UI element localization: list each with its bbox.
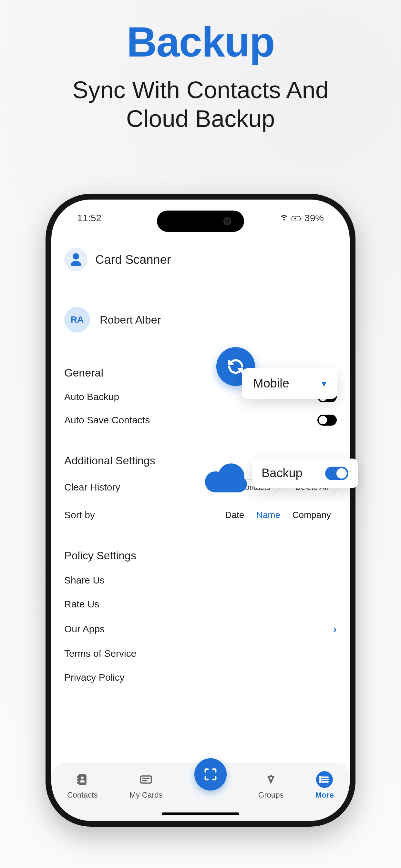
label-clear-history: Clear History <box>64 482 120 493</box>
user-name: Robert Alber <box>100 314 161 326</box>
hero-title: Backup <box>0 18 401 66</box>
svg-point-3 <box>81 776 84 779</box>
hero-subtitle: Sync With Contacts And Cloud Backup <box>0 76 401 133</box>
label-share-us: Share Us <box>64 575 104 586</box>
phone-screen: 11:52 39% Card Scanner RA Robert A <box>51 199 350 821</box>
label-privacy: Privacy Policy <box>64 672 125 683</box>
tab-bar: Contacts My Cards Groups <box>51 763 350 821</box>
tab-contacts[interactable]: Contacts <box>67 771 98 800</box>
user-initials: RA <box>64 307 90 333</box>
tab-my-cards[interactable]: My Cards <box>129 771 163 800</box>
backup-toggle-card: Backup <box>252 459 358 488</box>
sort-company[interactable]: Company <box>286 510 337 520</box>
sort-date[interactable]: Date <box>219 510 250 520</box>
label-auto-backup: Auto Backup <box>64 392 119 402</box>
hero-subtitle-line1: Sync With Contacts And <box>0 76 401 104</box>
sort-options: Date Name Company <box>219 510 337 520</box>
row-rate-us[interactable]: Rate Us <box>64 599 337 610</box>
tab-more[interactable]: More <box>315 771 334 800</box>
contacts-icon <box>74 771 91 788</box>
label-our-apps: Our Apps <box>64 624 104 634</box>
label-rate-us: Rate Us <box>64 599 99 610</box>
app-title: Card Scanner <box>95 253 171 267</box>
row-privacy[interactable]: Privacy Policy <box>64 672 337 683</box>
tab-label: My Cards <box>129 790 163 800</box>
chevron-right-icon: › <box>333 623 337 635</box>
svg-point-10 <box>270 777 272 779</box>
svg-point-14 <box>320 777 321 778</box>
user-row[interactable]: RA Robert Alber <box>64 307 337 333</box>
section-policy-title: Policy Settings <box>64 549 337 562</box>
svg-rect-1 <box>300 218 301 220</box>
divider <box>64 440 337 440</box>
profile-avatar[interactable] <box>64 248 88 271</box>
groups-icon <box>263 771 279 788</box>
row-auto-save-contacts: Auto Save Contacts <box>64 414 337 426</box>
row-terms[interactable]: Terms of Service <box>64 648 337 659</box>
tab-label: Contacts <box>67 790 98 800</box>
divider <box>64 535 337 535</box>
svg-point-15 <box>320 779 321 780</box>
divider <box>64 352 337 352</box>
label-sort-by: Sort by <box>64 509 95 521</box>
backup-label: Backup <box>261 466 303 480</box>
tab-label: More <box>315 790 334 800</box>
app-header: Card Scanner <box>64 248 337 271</box>
label-auto-save-contacts: Auto Save Contacts <box>64 414 150 426</box>
cards-icon <box>137 771 154 788</box>
toggle-auto-save-contacts[interactable] <box>317 414 337 426</box>
tab-label: Groups <box>258 790 284 800</box>
chevron-down-icon: ▾ <box>321 378 327 389</box>
row-our-apps[interactable]: Our Apps › <box>64 623 337 635</box>
mobile-label: Mobile <box>253 376 289 391</box>
home-indicator <box>162 812 239 815</box>
status-time: 11:52 <box>77 213 101 223</box>
row-sort-by: Sort by Date Name Company <box>64 509 337 521</box>
cloud-icon <box>204 462 249 494</box>
phone-frame: 11:52 39% Card Scanner RA Robert A <box>45 194 356 827</box>
scan-fab-button[interactable] <box>194 758 227 790</box>
label-terms: Terms of Service <box>64 648 136 659</box>
svg-rect-7 <box>141 776 151 783</box>
svg-rect-2 <box>79 774 87 785</box>
tab-groups[interactable]: Groups <box>258 771 284 800</box>
hero-subtitle-line2: Cloud Backup <box>0 104 401 133</box>
battery-percent: 39% <box>305 213 324 223</box>
sort-name[interactable]: Name <box>250 510 286 520</box>
battery-icon <box>291 213 301 223</box>
row-share-us[interactable]: Share Us <box>64 575 337 586</box>
more-icon <box>316 771 333 788</box>
svg-point-16 <box>320 781 321 783</box>
toggle-backup[interactable] <box>325 467 348 480</box>
svg-rect-6 <box>77 782 79 784</box>
svg-rect-5 <box>77 779 79 781</box>
status-bar: 11:52 39% <box>51 213 350 223</box>
mobile-dropdown[interactable]: Mobile ▾ <box>242 368 337 399</box>
svg-rect-4 <box>77 776 79 778</box>
wifi-icon <box>280 213 288 223</box>
